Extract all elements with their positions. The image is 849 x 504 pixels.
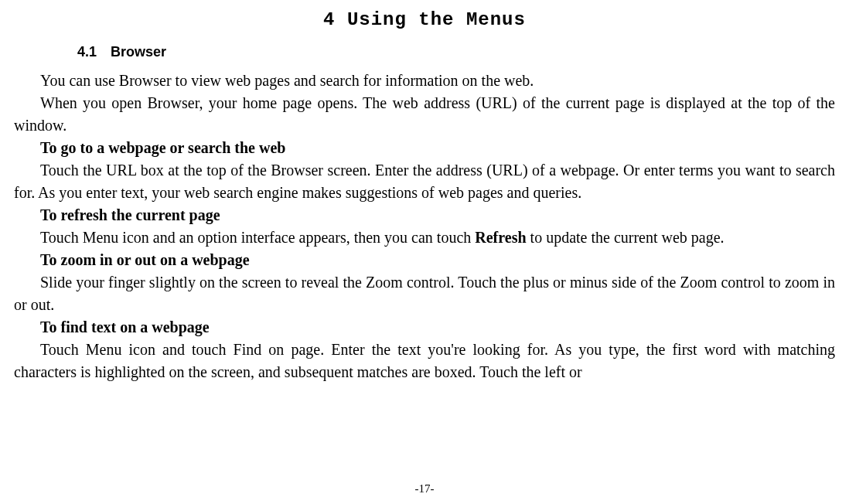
text-run: Touch Menu icon and an option interface … <box>40 229 475 246</box>
text-run-bold: Refresh <box>475 229 526 246</box>
section-heading: 4.1Browser <box>14 44 835 60</box>
paragraph: Touch Menu icon and an option interface … <box>14 226 835 249</box>
paragraph: You can use Browser to view web pages an… <box>14 70 835 92</box>
paragraph: Touch Menu icon and touch Find on page. … <box>14 339 835 383</box>
paragraph: Touch the URL box at the top of the Brow… <box>14 159 835 204</box>
sub-heading: To refresh the current page <box>14 204 835 226</box>
paragraph: When you open Browser, your home page op… <box>14 92 835 137</box>
section-title: Browser <box>111 44 166 60</box>
document-page: 4 Using the Menus 4.1Browser You can use… <box>0 0 849 504</box>
sub-heading: To zoom in or out on a webpage <box>14 249 835 271</box>
sub-heading: To find text on a webpage <box>14 316 835 339</box>
sub-heading: To go to a webpage or search the web <box>14 137 835 159</box>
paragraph: Slide your finger slightly on the screen… <box>14 271 835 316</box>
section-number: 4.1 <box>77 44 97 60</box>
text-run: to update the current web page. <box>527 229 725 246</box>
page-number: -17- <box>0 482 849 495</box>
chapter-title: 4 Using the Menus <box>14 9 835 30</box>
